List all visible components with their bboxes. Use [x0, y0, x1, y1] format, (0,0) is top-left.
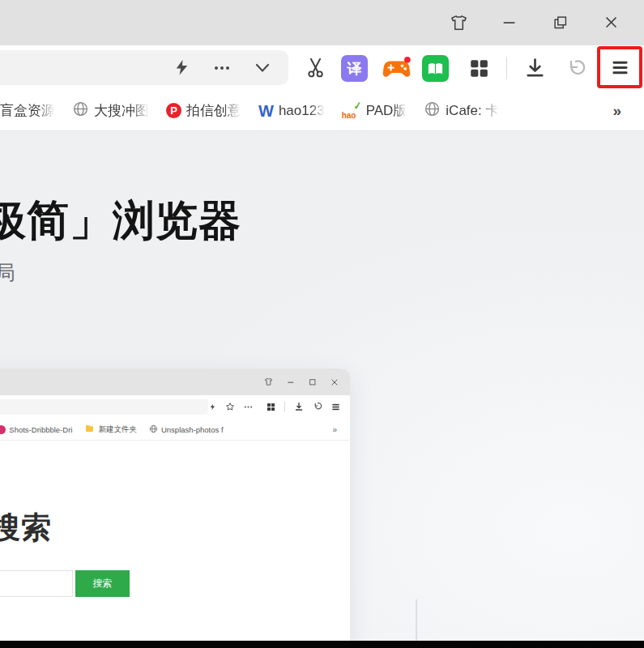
mini-globe-icon	[149, 424, 158, 435]
bookmark-label: 大搜冲图	[94, 101, 149, 120]
game-center-icon[interactable]	[382, 56, 412, 80]
bookmark-padban[interactable]: ✓ hao PAD版	[342, 101, 407, 120]
restore-icon[interactable]	[551, 13, 570, 32]
mini-menu-icon	[331, 400, 340, 415]
mini-toolbar-divider	[284, 402, 285, 412]
mini-download-icon	[294, 400, 304, 415]
background-divider-line	[416, 599, 417, 641]
bookmark-hao123[interactable]: W hao123	[258, 103, 325, 119]
mini-restore-icon	[309, 375, 317, 390]
mini-address-bar	[0, 399, 208, 415]
bookmark-mangh[interactable]: 盲盒资源	[0, 101, 55, 120]
mini-bookmarks-bar: os f Shots-Dribbble-Dri 新建文件夹 Unsplash-p…	[0, 419, 350, 441]
undo-icon[interactable]	[565, 58, 587, 79]
mini-page-heading: 搜索	[0, 508, 52, 548]
minimize-icon[interactable]	[500, 13, 519, 32]
mini-skin-tshirt-icon	[264, 375, 273, 390]
mini-window-controls	[264, 369, 339, 395]
hao123-w-icon: W	[258, 103, 274, 119]
menu-highlight-box	[597, 46, 642, 88]
lightning-icon[interactable]	[173, 58, 191, 77]
page-content: 极简」浏览器 局 os	[0, 132, 644, 641]
bookmark-label: 拍信创意	[186, 101, 241, 120]
hao-logo-icon: ✓ hao	[342, 102, 361, 120]
ellipsis-icon[interactable]	[212, 58, 232, 78]
bookmark-paixin[interactable]: P 拍信创意	[166, 101, 241, 120]
bookmark-dasou[interactable]: 大搜冲图	[72, 100, 149, 121]
bookmark-label: hao123	[279, 103, 325, 119]
bookmark-icafe[interactable]: iCafe: 卡	[424, 100, 499, 121]
folder-icon	[84, 424, 95, 435]
mini-close-icon	[331, 375, 339, 390]
mini-bookmark: 新建文件夹	[84, 424, 137, 435]
window-titlebar	[0, 0, 644, 45]
globe-icon	[72, 100, 89, 121]
mini-bookmarks-overflow: »	[332, 425, 350, 434]
skin-tshirt-icon[interactable]	[449, 13, 468, 32]
paixin-p-icon: P	[166, 103, 181, 118]
mini-bookmark: Unsplash-photos f	[149, 424, 224, 435]
main-menu-icon[interactable]	[609, 57, 631, 79]
mini-apps-grid-icon	[267, 400, 275, 415]
bookmarks-bar: 盲盒资源 大搜冲图 P 拍信创意 W hao123 ✓ hao PAD版 iCa…	[0, 91, 644, 131]
apps-grid-icon[interactable]	[468, 58, 489, 79]
mini-bookmark: Shots-Dribbble-Dri	[0, 425, 72, 434]
address-bar[interactable]	[0, 50, 288, 85]
mini-ellipsis-icon	[244, 400, 253, 415]
mini-minimize-icon	[287, 375, 295, 390]
download-icon[interactable]	[523, 57, 547, 79]
reader-mode-icon[interactable]	[422, 55, 449, 82]
globe-icon	[424, 100, 441, 121]
bookmark-label: PAD版	[366, 101, 407, 120]
browser-toolbar: 译	[0, 45, 644, 91]
bottom-black-bar	[0, 641, 644, 648]
bookmarks-overflow-chevron[interactable]: »	[612, 102, 644, 120]
mini-lightning-icon	[209, 400, 216, 415]
page-title: 极简」浏览器	[0, 193, 241, 249]
close-icon[interactable]	[602, 13, 621, 32]
page-subtitle: 局	[0, 259, 15, 286]
bookmark-label: 盲盒资源	[0, 101, 55, 120]
mini-titlebar	[0, 369, 350, 395]
scissors-icon[interactable]	[304, 57, 327, 79]
mini-toolbar	[0, 395, 350, 419]
translate-glyph: 译	[348, 62, 362, 76]
dribbble-dot-icon	[0, 425, 6, 434]
bookmark-label: iCafe: 卡	[446, 101, 499, 120]
mini-search-button: 搜索	[75, 570, 130, 597]
mini-browser-screenshot: os f Shots-Dribbble-Dri 新建文件夹 Unsplash-p…	[0, 369, 350, 648]
mini-search-input	[0, 570, 73, 597]
window-controls	[449, 0, 621, 45]
chevron-down-icon[interactable]	[253, 58, 272, 78]
toolbar-divider	[506, 57, 507, 79]
mini-undo-icon	[313, 400, 322, 415]
translate-icon[interactable]: 译	[341, 55, 368, 82]
mini-star-icon	[225, 400, 235, 415]
